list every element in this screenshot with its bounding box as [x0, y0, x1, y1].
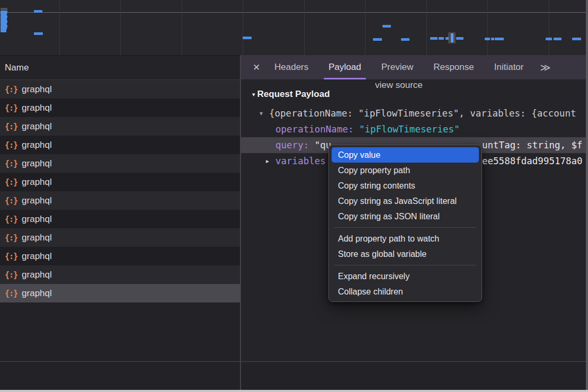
window-bottom-edge	[0, 390, 588, 392]
tab-headers[interactable]: Headers	[264, 55, 318, 79]
json-braces-icon: {:}	[5, 140, 17, 150]
view-source-link[interactable]: view source	[375, 80, 423, 91]
request-name-label: graphql	[22, 233, 52, 243]
request-name-label: graphql	[22, 195, 52, 206]
requests-name-column-header[interactable]: Name	[0, 56, 240, 80]
context-menu-item-copy-string-as-javascript-literal[interactable]: Copy string as JavaScript literal	[329, 193, 482, 209]
property-value-tail: untTag: string, $f	[482, 137, 583, 153]
more-tabs-button[interactable]: ≫	[533, 55, 557, 79]
request-name-label: graphql	[22, 214, 52, 225]
context-menu-item-collapse-children[interactable]: Collapse children	[329, 284, 482, 299]
json-braces-icon: {:}	[5, 177, 17, 187]
context-menu-item-copy-property-path[interactable]: Copy property path	[329, 163, 482, 178]
tab-preview[interactable]: Preview	[371, 55, 423, 79]
overview-gridline	[59, 0, 60, 55]
request-name-label: graphql	[22, 251, 52, 262]
tab-response[interactable]: Response	[423, 55, 484, 79]
close-icon: ✕	[253, 62, 260, 73]
overview-request-bar	[373, 38, 382, 41]
context-menu-item-store-as-global-variable[interactable]: Store as global variable	[329, 246, 482, 262]
request-name-label: graphql	[22, 84, 52, 95]
json-braces-icon: {:}	[5, 233, 17, 243]
context-menu-item-copy-value[interactable]: Copy value	[332, 147, 479, 163]
request-name-label: graphql	[22, 270, 52, 280]
request-row[interactable]: {:}graphql	[0, 228, 240, 247]
context-menu-item-copy-string-contents[interactable]: Copy string contents	[329, 178, 482, 193]
json-braces-icon: {:}	[5, 103, 17, 113]
json-braces-icon: {:}	[5, 252, 17, 261]
request-row[interactable]: {:}graphql	[0, 154, 240, 173]
overview-gridline	[243, 0, 243, 55]
overview-gridline	[304, 0, 305, 55]
property-value: "ipFlowTimeseries"	[359, 124, 460, 135]
requests-list: {:}graphql{:}graphql{:}graphql{:}graphql…	[0, 80, 240, 302]
overview-request-bar	[491, 38, 494, 40]
payload-root-preview-text: {operationName: "ipFlowTimeseries", vari…	[269, 105, 576, 121]
devtools-network-panel: Name {:}graphql{:}graphql{:}graphql{:}gr…	[0, 0, 588, 392]
overview-gridline	[426, 0, 427, 55]
json-braces-icon: {:}	[5, 289, 17, 298]
property-key: variables	[275, 156, 326, 166]
close-panel-button[interactable]: ✕	[248, 55, 264, 79]
json-braces-icon: {:}	[5, 159, 17, 168]
request-row[interactable]: {:}graphql	[0, 99, 240, 117]
request-payload-section-header: ▾ Request Payload	[241, 86, 330, 102]
tabs: HeadersPayloadPreviewResponseInitiator	[264, 55, 533, 79]
request-row[interactable]: {:}graphql	[0, 136, 240, 154]
overview-gridline	[182, 0, 182, 55]
request-row[interactable]: {:}graphql	[0, 210, 240, 228]
network-overview-timeline[interactable]	[0, 0, 588, 56]
property-row-operationname[interactable]: operationName: "ipFlowTimeseries"	[241, 121, 588, 137]
detail-tabbar: ✕ HeadersPayloadPreviewResponseInitiator…	[241, 55, 588, 80]
expand-icon[interactable]: ▸	[266, 153, 269, 169]
overview-gridline	[120, 0, 121, 55]
json-braces-icon: {:}	[5, 215, 17, 224]
requests-panel: Name {:}graphql{:}graphql{:}graphql{:}gr…	[0, 56, 240, 390]
request-name-label: graphql	[22, 158, 52, 169]
request-row[interactable]: {:}graphql	[0, 80, 240, 99]
property-value-tail: ee5588fdad995178a0	[482, 153, 583, 169]
property-key: query:	[275, 140, 315, 150]
request-row[interactable]: {:}graphql	[0, 284, 240, 302]
request-name-label: graphql	[22, 288, 52, 299]
request-row[interactable]: {:}graphql	[0, 173, 240, 191]
overview-gridline	[549, 0, 549, 55]
overview-request-bar	[546, 38, 552, 40]
overview-request-bar	[572, 38, 581, 40]
json-braces-icon: {:}	[5, 196, 17, 206]
overview-request-bar	[485, 38, 490, 40]
property-key: operationName:	[275, 124, 359, 135]
window-right-edge	[586, 0, 588, 390]
overview-gridline	[365, 0, 366, 55]
request-row[interactable]: {:}graphql	[0, 117, 240, 136]
context-menu-item-add-property-path-to-watch[interactable]: Add property path to watch	[329, 231, 482, 246]
overview-request-bar	[34, 10, 42, 13]
section-disclosure-icon[interactable]: ▾	[252, 91, 255, 98]
menu-divider	[334, 227, 476, 228]
overview-request-bar	[456, 37, 464, 40]
request-name-label: graphql	[22, 121, 52, 132]
expand-collapse-icon[interactable]: ▾	[260, 105, 263, 121]
request-name-label: graphql	[22, 177, 52, 188]
request-row[interactable]: {:}graphql	[0, 191, 240, 210]
request-row[interactable]: {:}graphql	[0, 265, 240, 284]
section-title: Request Payload	[257, 89, 330, 100]
overview-request-bar	[401, 38, 409, 41]
tab-payload[interactable]: Payload	[318, 55, 371, 79]
request-name-label: graphql	[22, 103, 52, 113]
request-row[interactable]: {:}graphql	[0, 247, 240, 265]
context-menu-item-copy-string-as-json-literal[interactable]: Copy string as JSON literal	[329, 209, 482, 224]
overview-request-bar	[34, 32, 43, 35]
request-name-label: graphql	[22, 140, 52, 150]
overflow-chevrons-icon: ≫	[540, 61, 550, 74]
overview-request-bar	[495, 38, 504, 40]
overview-marker-bar	[451, 33, 453, 42]
panel-resize-divider[interactable]	[240, 55, 241, 390]
tab-initiator[interactable]: Initiator	[484, 55, 534, 79]
overview-request-bar	[243, 37, 252, 39]
payload-root-preview-row[interactable]: ▾ {operationName: "ipFlowTimeseries", va…	[241, 105, 588, 121]
overview-divider-line	[0, 12, 588, 13]
context-menu-item-expand-recursively[interactable]: Expand recursively	[329, 269, 482, 284]
overview-request-bar	[382, 25, 391, 28]
overview-request-bar	[554, 38, 562, 40]
